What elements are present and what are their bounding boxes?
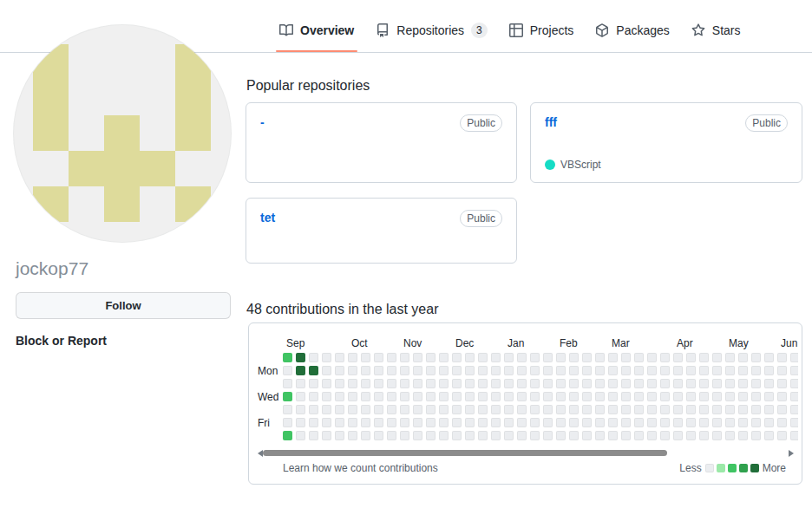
contribution-cell[interactable] <box>478 366 488 375</box>
contribution-cell[interactable] <box>660 353 670 362</box>
contribution-cell[interactable] <box>712 353 722 362</box>
contribution-cell[interactable] <box>738 431 748 440</box>
contribution-cell[interactable] <box>543 366 553 375</box>
contribution-cell[interactable] <box>634 392 644 401</box>
contribution-cell[interactable] <box>725 405 735 414</box>
contribution-cell[interactable] <box>426 405 435 414</box>
contribution-cell[interactable] <box>491 366 501 375</box>
contribution-cell[interactable] <box>634 366 644 375</box>
contribution-cell[interactable] <box>309 431 318 440</box>
contribution-cell[interactable] <box>738 418 748 427</box>
contribution-cell[interactable] <box>439 405 449 414</box>
contribution-cell[interactable] <box>738 379 748 388</box>
contribution-cell[interactable] <box>569 418 579 427</box>
contribution-cell[interactable] <box>582 431 592 440</box>
contribution-cell[interactable] <box>673 366 683 375</box>
contribution-cell[interactable] <box>621 405 631 414</box>
contribution-cell[interactable] <box>361 353 370 362</box>
contribution-cell[interactable] <box>491 418 501 427</box>
contribution-cell[interactable] <box>673 353 683 362</box>
contribution-cell[interactable] <box>283 418 292 427</box>
contribution-cell[interactable] <box>296 405 305 414</box>
contribution-cell[interactable] <box>673 418 683 427</box>
contribution-cell[interactable] <box>296 392 305 401</box>
block-report-link[interactable]: Block or Report <box>16 334 107 348</box>
contribution-cell[interactable] <box>387 366 396 375</box>
contribution-cell[interactable] <box>738 392 748 401</box>
contribution-cell[interactable] <box>504 418 514 427</box>
contribution-cell[interactable] <box>751 405 761 414</box>
contribution-cell[interactable] <box>686 379 696 388</box>
contribution-cell[interactable] <box>595 431 605 440</box>
contribution-cell[interactable] <box>335 431 344 440</box>
contribution-cell[interactable] <box>309 353 318 362</box>
contribution-cell[interactable] <box>361 366 370 375</box>
contribution-cell[interactable] <box>283 392 292 401</box>
contribution-cell[interactable] <box>374 405 383 414</box>
contribution-cell[interactable] <box>777 418 787 427</box>
contribution-cell[interactable] <box>712 405 722 414</box>
contribution-cell[interactable] <box>322 353 331 362</box>
contribution-cell[interactable] <box>712 392 722 401</box>
tab-stars[interactable]: Stars <box>684 9 748 52</box>
contribution-cell[interactable] <box>426 379 435 388</box>
contribution-cell[interactable] <box>517 392 527 401</box>
contribution-cell[interactable] <box>634 431 644 440</box>
contribution-cell[interactable] <box>374 379 383 388</box>
contribution-cell[interactable] <box>699 405 709 414</box>
contribution-cell[interactable] <box>387 431 396 440</box>
contribution-cell[interactable] <box>725 379 735 388</box>
tab-repositories[interactable]: Repositories 3 <box>369 9 494 52</box>
contribution-cell[interactable] <box>478 418 488 427</box>
contribution-cell[interactable] <box>530 418 540 427</box>
contribution-cell[interactable] <box>491 431 501 440</box>
contribution-cell[interactable] <box>283 353 292 362</box>
contribution-cell[interactable] <box>608 431 618 440</box>
contribution-cell[interactable] <box>283 379 292 388</box>
contribution-cell[interactable] <box>738 405 748 414</box>
contribution-cell[interactable] <box>751 392 761 401</box>
contribution-cell[interactable] <box>400 431 409 440</box>
contribution-cell[interactable] <box>595 353 605 362</box>
contribution-cell[interactable] <box>660 431 670 440</box>
contribution-cell[interactable] <box>647 353 657 362</box>
contribution-cell[interactable] <box>764 353 774 362</box>
contribution-cell[interactable] <box>387 418 396 427</box>
contribution-cell[interactable] <box>647 392 657 401</box>
contribution-cell[interactable] <box>595 379 605 388</box>
contribution-cell[interactable] <box>387 353 396 362</box>
contribution-cell[interactable] <box>465 379 475 388</box>
contribution-cell[interactable] <box>712 431 722 440</box>
contribution-cell[interactable] <box>777 366 787 375</box>
contribution-cell[interactable] <box>491 392 501 401</box>
contribution-cell[interactable] <box>517 353 527 362</box>
repo-link[interactable]: tet <box>260 211 275 225</box>
contribution-cell[interactable] <box>582 353 592 362</box>
contribution-cell[interactable] <box>361 405 370 414</box>
contribution-cell[interactable] <box>686 392 696 401</box>
contribution-cell[interactable] <box>647 431 657 440</box>
contribution-cell[interactable] <box>530 431 540 440</box>
contribution-cell[interactable] <box>465 353 475 362</box>
contribution-cell[interactable] <box>465 366 475 375</box>
contribution-cell[interactable] <box>660 379 670 388</box>
contribution-cell[interactable] <box>413 431 422 440</box>
contribution-cell[interactable] <box>764 418 774 427</box>
contribution-cell[interactable] <box>426 353 435 362</box>
contribution-cell[interactable] <box>621 379 631 388</box>
contribution-cell[interactable] <box>504 379 514 388</box>
tab-packages[interactable]: Packages <box>588 9 676 52</box>
contribution-cell[interactable] <box>452 379 462 388</box>
contribution-cell[interactable] <box>608 405 618 414</box>
contribution-cell[interactable] <box>296 418 305 427</box>
contribution-cell[interactable] <box>764 379 774 388</box>
contribution-cell[interactable] <box>439 418 449 427</box>
contribution-cell[interactable] <box>543 431 553 440</box>
contribution-cell[interactable] <box>569 431 579 440</box>
contribution-cell[interactable] <box>595 405 605 414</box>
contribution-cell[interactable] <box>309 366 318 375</box>
contribution-cell[interactable] <box>322 392 331 401</box>
contribution-cell[interactable] <box>608 366 618 375</box>
contribution-cell[interactable] <box>400 418 409 427</box>
contribution-cell[interactable] <box>400 379 409 388</box>
